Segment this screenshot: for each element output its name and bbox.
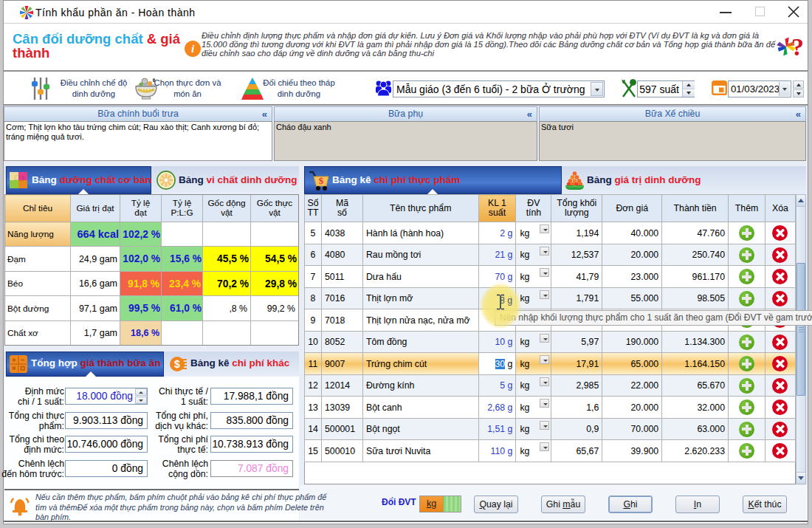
svg-text:$: $ xyxy=(319,175,324,186)
svg-text:?: ? xyxy=(791,35,804,61)
svg-text:$: $ xyxy=(174,358,180,370)
